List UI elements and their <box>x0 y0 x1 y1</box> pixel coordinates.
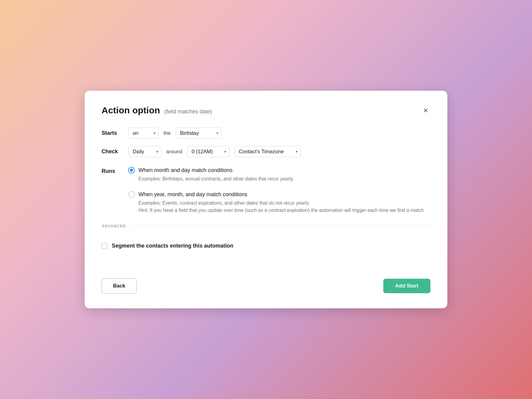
timezone-select[interactable]: Contact's Timezone UTC Eastern Time Paci… <box>234 146 301 157</box>
radio-input-1[interactable] <box>128 167 135 174</box>
field-select[interactable]: Birthday Anniversary Custom Date <box>176 128 222 139</box>
time-select-wrapper: 0 (12AM) 1 (1AM) 6 (6AM) 12 (12PM) ▾ <box>187 146 229 157</box>
time-select[interactable]: 0 (12AM) 1 (1AM) 6 (6AM) 12 (12PM) <box>187 146 229 157</box>
back-button[interactable]: Back <box>102 278 137 294</box>
field-select-wrapper: Birthday Anniversary Custom Date ▾ <box>176 128 222 139</box>
radio-row-2[interactable]: When year, month, and day match conditio… <box>128 191 425 198</box>
advanced-divider-section: ADVANCED <box>102 224 430 228</box>
around-text: around <box>166 149 182 155</box>
radio-row-1[interactable]: When month and day match conditions <box>128 167 425 174</box>
radio-option-2: When year, month, and day match conditio… <box>128 191 425 214</box>
radio-hint-1: Examples: Birthdays, annual contracts, a… <box>128 175 425 183</box>
segment-checkbox[interactable] <box>102 243 108 249</box>
runs-section: Runs When month and day match conditions… <box>102 167 430 214</box>
radio-option-1: When month and day match conditions Exam… <box>128 167 425 183</box>
action-option-modal: Action option (field matches date) × Sta… <box>85 91 447 308</box>
on-select[interactable]: on before after <box>128 128 159 139</box>
radio-hint-2-line2: Hint: If you have a field that you updat… <box>138 208 425 213</box>
radio-group: When month and day match conditions Exam… <box>128 167 425 214</box>
on-select-wrapper: on before after ▾ <box>128 128 159 139</box>
radio-input-2[interactable] <box>128 191 135 198</box>
modal-title-group: Action option (field matches date) <box>102 105 212 115</box>
timezone-select-wrapper: Contact's Timezone UTC Eastern Time Paci… <box>234 146 301 157</box>
frequency-select-wrapper: Daily Hourly Weekly ▾ <box>128 146 161 157</box>
radio-dot-1 <box>130 169 133 172</box>
check-label: Check <box>102 148 123 155</box>
starts-row: Starts on before after ▾ the Birthday An… <box>102 128 430 139</box>
the-text: the <box>164 130 171 136</box>
close-button[interactable]: × <box>421 105 430 115</box>
add-start-button[interactable]: Add Start <box>383 279 431 293</box>
radio-hint-2: Examples: Events, contract expirations, … <box>128 199 425 214</box>
advanced-label: ADVANCED <box>102 224 430 228</box>
modal-footer: Back Add Start <box>102 278 430 294</box>
check-row: Check Daily Hourly Weekly ▾ around 0 (12… <box>102 146 430 157</box>
radio-text-1: When month and day match conditions <box>138 167 232 174</box>
radio-hint-2-line1: Examples: Events, contract expirations, … <box>138 200 310 206</box>
segment-label: Segment the contacts entering this autom… <box>112 243 233 249</box>
divider-line <box>131 226 430 226</box>
modal-subtitle: (field matches date) <box>164 109 212 115</box>
advanced-text: ADVANCED <box>102 224 126 228</box>
form-section: Starts on before after ▾ the Birthday An… <box>102 128 430 157</box>
segment-checkbox-row[interactable]: Segment the contacts entering this autom… <box>102 243 430 249</box>
modal-title: Action option <box>102 105 160 115</box>
frequency-select[interactable]: Daily Hourly Weekly <box>128 146 161 157</box>
modal-header: Action option (field matches date) × <box>102 105 430 115</box>
starts-label: Starts <box>102 130 123 136</box>
runs-label: Runs <box>102 167 123 174</box>
radio-text-2: When year, month, and day match conditio… <box>138 191 247 198</box>
